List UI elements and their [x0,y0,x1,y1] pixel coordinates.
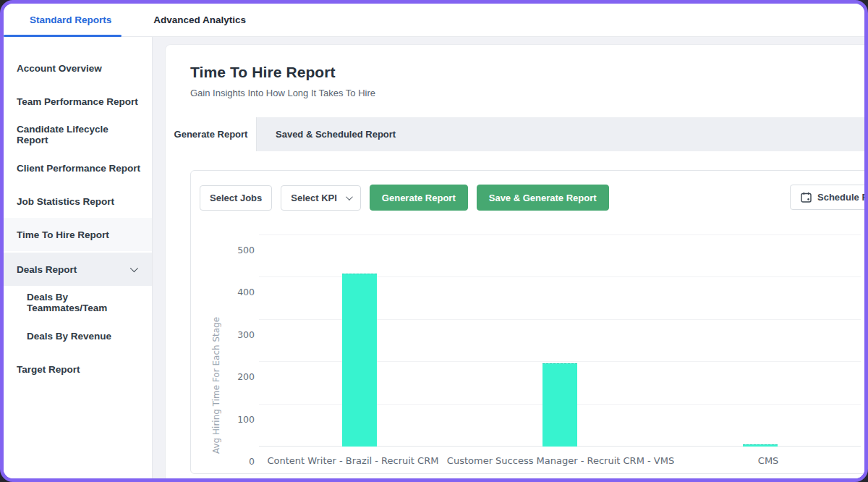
chevron-down-icon [346,193,353,200]
chart-bar[interactable] [743,444,778,447]
save-generate-report-button[interactable]: Save & Generate Report [477,185,609,211]
top-tab-bar: Standard Reports Advanced Analytics [4,4,864,37]
y-tick-label: 400 [237,287,255,297]
schedule-report-label: Schedule Report [817,192,864,203]
sidebar-item-deals-report[interactable]: Deals Report [4,253,152,286]
sidebar-item-team-performance[interactable]: Team Performance Report [4,85,152,118]
app-window: Standard Reports Advanced Analytics Acco… [0,0,868,482]
calendar-icon [801,192,812,203]
sidebar-item-account-overview[interactable]: Account Overview [4,51,152,85]
tab-advanced-analytics[interactable]: Advanced Analytics [153,14,246,25]
y-tick-label: 300 [237,329,255,339]
tab-generate-report[interactable]: Generate Report [166,117,257,151]
time-to-hire-chart: Avg Hiring Time For Each Stage 010020030… [200,235,862,466]
generate-report-button[interactable]: Generate Report [370,185,468,211]
select-kpi-dropdown[interactable]: Select KPI [281,185,361,211]
report-tabstrip: Generate Report Saved & Scheduled Report [166,117,864,151]
report-header: Time To Hire Report Gain Insights Into H… [166,45,864,98]
select-jobs-button[interactable]: Select Jobs [200,185,272,211]
tab-saved-scheduled-report[interactable]: Saved & Scheduled Report [257,117,414,151]
sidebar-item-job-statistics[interactable]: Job Statistics Report [4,185,152,218]
y-axis-ticks: 0100200300400500 [224,242,255,454]
sidebar-item-deals-by-teammates[interactable]: Deals By Teammates/Team [4,286,152,319]
content-area: Time To Hire Report Gain Insights Into H… [153,37,864,478]
sidebar-item-label: Deals Report [17,264,77,275]
y-tick-label: 500 [237,245,255,255]
sidebar-item-target-report[interactable]: Target Report [4,352,152,386]
chart-category [660,235,861,447]
y-tick-label: 0 [249,456,255,467]
category-label: Content Writer - Brazil - Recruit CRM [259,455,447,466]
y-tick-label: 100 [237,413,255,424]
page-subtitle: Gain Insights Into How Long It Takes To … [190,88,864,98]
select-kpi-label: Select KPI [291,193,337,203]
y-axis-title: Avg Hiring Time For Each Stage [211,242,221,454]
chart-category [259,235,459,447]
report-panel: Select Jobs Select KPI Generate Report S… [190,170,864,474]
sidebar-item-client-performance[interactable]: Client Performance Report [4,151,152,185]
sidebar-item-time-to-hire[interactable]: Time To Hire Report [4,218,152,251]
reports-sidebar: Account Overview Team Performance Report… [4,37,153,478]
report-card: Time To Hire Report Gain Insights Into H… [165,44,864,478]
sidebar-item-deals-by-revenue[interactable]: Deals By Revenue [4,319,152,352]
chevron-down-icon [130,264,138,272]
category-labels: Content Writer - Brazil - Recruit CRMCus… [259,455,862,466]
schedule-report-button[interactable]: Schedule Report [790,185,864,210]
chart-category [459,235,660,447]
chart-bar[interactable] [542,363,577,447]
sidebar-item-candidate-lifecycle[interactable]: Candidate Lifecycle Report [4,118,152,151]
report-toolbar: Select Jobs Select KPI Generate Report S… [200,185,862,211]
category-label: Customer Success Manager - Recruit CRM -… [447,455,674,466]
tab-standard-reports[interactable]: Standard Reports [30,14,111,25]
chart-bar[interactable] [342,274,377,447]
page-title: Time To Hire Report [190,64,864,81]
active-tab-indicator [4,35,122,37]
bars-row [259,235,861,447]
plot-area [259,235,861,447]
y-tick-label: 200 [237,371,255,382]
category-label: CMS [674,455,862,466]
